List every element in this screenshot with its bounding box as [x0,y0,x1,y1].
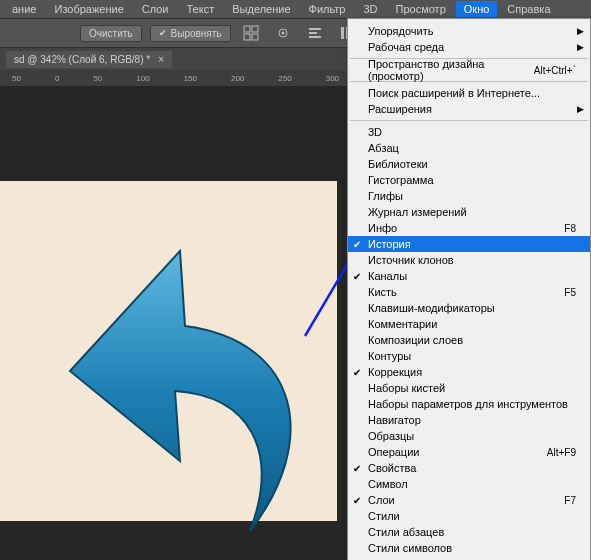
menu-item-label: История [368,238,411,250]
menu-item-label: Стили абзацев [368,526,444,538]
menu-item[interactable]: ✔Коррекция [348,364,590,380]
ruler-tick: 150 [184,74,197,83]
menu-item-label: Комментарии [368,318,437,330]
menu-item[interactable]: 3D [348,124,590,140]
ruler-tick: 250 [278,74,291,83]
submenu-arrow-icon: ▶ [577,104,584,114]
menu-item-label: Композиции слоев [368,334,463,346]
checkmark-icon: ✔ [159,28,167,38]
menu-item[interactable]: Композиции слоев [348,332,590,348]
canvas-arrow-shape [0,161,360,541]
menu-item-shortcut: F5 [564,287,576,298]
menu-item-label: Наборы параметров для инструментов [368,398,568,410]
menu-item[interactable]: Стили [348,508,590,524]
menu-item[interactable]: Наборы кистей [348,380,590,396]
menu-item-label: Образцы [368,430,414,442]
menu-item[interactable]: Контуры [348,348,590,364]
menu-item-label: Навигатор [368,414,421,426]
menu-item[interactable]: Стили абзацев [348,524,590,540]
menu-item-label: Упорядочить [368,25,433,37]
menu-bar: аниеИзображениеСлоиТекстВыделениеФильтр3… [0,0,591,18]
menu-ание[interactable]: ание [4,1,44,17]
menu-просмотр[interactable]: Просмотр [388,1,454,17]
menu-item[interactable]: Комментарии [348,316,590,332]
menu-справка[interactable]: Справка [499,1,558,17]
submenu-arrow-icon: ▶ [577,42,584,52]
menu-item-label: Журнал измерений [368,206,467,218]
menu-item[interactable]: Клавиши-модификаторы [348,300,590,316]
menu-item[interactable]: Библиотеки [348,156,590,172]
align-left-icon[interactable] [303,21,327,45]
artboard[interactable] [0,181,337,521]
menu-изображение[interactable]: Изображение [46,1,131,17]
menu-item[interactable]: КистьF5 [348,284,590,300]
checkmark-icon: ✔ [353,367,361,378]
menu-item[interactable]: Рабочая среда▶ [348,39,590,55]
menu-окно[interactable]: Окно [456,1,498,17]
menu-item[interactable]: ✔Каналы [348,268,590,284]
checkmark-icon: ✔ [353,271,361,282]
document-tab[interactable]: sd @ 342% (Слой 6, RGB/8) * × [6,51,172,68]
menu-item-label: Символ [368,478,408,490]
menu-item-label: Клавиши-модификаторы [368,302,495,314]
menu-item-label: Инфо [368,222,397,234]
menu-separator [350,120,588,121]
menu-item-label: Источник клонов [368,254,454,266]
menu-item[interactable]: Источник клонов [348,252,590,268]
menu-item[interactable]: Журнал измерений [348,204,590,220]
svg-rect-7 [309,32,317,34]
menu-item[interactable]: Стили символов [348,540,590,556]
menu-item-label: Библиотеки [368,158,428,170]
svg-rect-9 [341,27,344,39]
checkmark-icon: ✔ [353,239,361,250]
menu-item-shortcut: Alt+F9 [547,447,576,458]
close-icon[interactable]: × [158,54,164,65]
svg-rect-8 [309,36,321,38]
menu-item[interactable]: ✔СлоиF7 [348,492,590,508]
menu-item-label: Стили символов [368,542,452,554]
clear-button[interactable]: Очистить [80,25,142,42]
document-tab-title: sd @ 342% (Слой 6, RGB/8) * [14,54,150,65]
menu-item-label: Слои [368,494,395,506]
menu-item[interactable]: ✔История [348,236,590,252]
menu-3d[interactable]: 3D [355,1,385,17]
menu-item[interactable]: Абзац [348,140,590,156]
menu-item[interactable]: Поиск расширений в Интернете... [348,85,590,101]
menu-item-label: Рабочая среда [368,41,444,53]
menu-item[interactable]: Образцы [348,428,590,444]
menu-item-label: Контуры [368,350,411,362]
menu-item[interactable]: Глифы [348,188,590,204]
menu-item[interactable]: ОперацииAlt+F9 [348,444,590,460]
svg-rect-0 [244,26,250,32]
gear-icon[interactable] [271,21,295,45]
menu-фильтр[interactable]: Фильтр [301,1,354,17]
svg-rect-2 [244,34,250,40]
menu-item[interactable]: Расширения▶ [348,101,590,117]
menu-item[interactable]: ✔Свойства [348,460,590,476]
menu-выделение[interactable]: Выделение [224,1,298,17]
ruler-tick: 100 [136,74,149,83]
menu-item[interactable]: Упорядочить▶ [348,23,590,39]
menu-item-label: Каналы [368,270,407,282]
menu-item-label: Пространство дизайна (просмотр) [368,58,534,82]
checkmark-icon: ✔ [353,495,361,506]
menu-item-label: Поиск расширений в Интернете... [368,87,540,99]
menu-item-label: Абзац [368,142,399,154]
menu-item[interactable]: Навигатор [348,412,590,428]
menu-item[interactable]: Пространство дизайна (просмотр)Alt+Ctrl+… [348,62,590,78]
ruler-tick: 50 [93,74,102,83]
menu-item-label: Свойства [368,462,416,474]
menu-item[interactable]: Символ [348,476,590,492]
menu-item[interactable]: ИнфоF8 [348,220,590,236]
menu-item-label: Операции [368,446,419,458]
grid-icon[interactable] [239,21,263,45]
menu-слои[interactable]: Слои [134,1,177,17]
svg-point-5 [281,32,284,35]
menu-item[interactable]: ЦветF6 [348,556,590,560]
svg-rect-3 [252,34,258,40]
menu-item[interactable]: Наборы параметров для инструментов [348,396,590,412]
align-button[interactable]: ✔ Выровнять [150,25,231,42]
menu-item[interactable]: Гистограмма [348,172,590,188]
ruler-tick: 50 [12,74,21,83]
menu-текст[interactable]: Текст [179,1,223,17]
